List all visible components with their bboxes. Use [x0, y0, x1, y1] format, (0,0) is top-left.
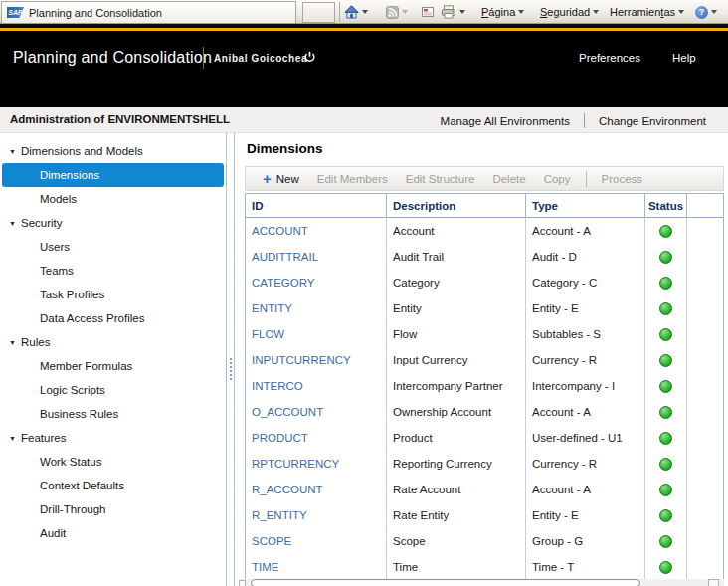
sidebar-item-users[interactable]: Users [2, 235, 224, 259]
column-header-status[interactable]: Status [645, 194, 687, 217]
home-button[interactable] [344, 0, 368, 24]
sidebar-item-work-status[interactable]: Work Status [2, 450, 224, 474]
dimension-id-link[interactable]: INTERCO [246, 373, 387, 399]
table-row[interactable]: AUDITTRAILAudit TrailAudit - D [246, 244, 723, 270]
tools-dropdown-icon[interactable] [678, 10, 684, 14]
dimension-id-link[interactable]: SCOPE [246, 528, 387, 554]
scrollbar-thumb[interactable] [251, 579, 640, 586]
table-row[interactable]: TIMETimeTime - T [246, 554, 723, 580]
dimension-type: Subtables - S [526, 321, 645, 347]
sidebar-item-context-defaults[interactable]: Context Defaults [2, 474, 224, 497]
page-menu[interactable]: Página [481, 0, 524, 24]
status-dot-green [659, 509, 672, 522]
dimension-id-link[interactable]: R_ENTITY [246, 502, 387, 528]
dimension-id-link[interactable]: CATEGORY [246, 270, 387, 295]
edit-members-button: Edit Members [308, 173, 397, 185]
sidebar-item-task-profiles[interactable]: Task Profiles [2, 283, 224, 306]
column-header-description[interactable]: Description [387, 194, 526, 217]
toolbar-button-label: New [276, 173, 299, 185]
sidebar-item-models[interactable]: Models [2, 187, 224, 211]
new-button[interactable]: +New [254, 171, 308, 186]
table-row[interactable]: O_ACCOUNTOwnership AccountAccount - A [246, 399, 723, 425]
table-row[interactable]: PRODUCTProductUser-defined - U1 [246, 425, 723, 451]
dimension-description: Category [387, 270, 526, 295]
dimension-id-link[interactable]: ENTITY [246, 295, 387, 321]
table-row[interactable]: SCOPEScopeGroup - G [246, 528, 723, 554]
dimension-id-link[interactable]: INPUTCURRENCY [246, 347, 387, 373]
new-tab-button[interactable] [302, 2, 335, 23]
status-dot-green [659, 484, 672, 496]
sidebar-item-data-access-profiles[interactable]: Data Access Profiles [2, 306, 224, 330]
dimension-status-cell [645, 295, 687, 321]
sidebar-item-drill-through[interactable]: Drill-Through [2, 497, 224, 521]
dimension-type: Category - C [526, 270, 645, 295]
process-button: Process [593, 173, 652, 185]
sidebar-item-business-rules[interactable]: Business Rules [2, 402, 224, 426]
toolbar-divider [339, 2, 340, 22]
manage-all-environments-link[interactable]: Manage All Environments [427, 115, 584, 127]
help-link[interactable]: Help [672, 52, 696, 64]
logoff-button[interactable] [303, 51, 316, 64]
dimension-id-link[interactable]: RPTCURRENCY [246, 451, 387, 477]
preferences-link[interactable]: Preferences [579, 52, 640, 64]
page-dropdown-icon[interactable] [518, 10, 524, 14]
sidebar-item-audit[interactable]: Audit [2, 521, 224, 545]
status-dot-green [659, 302, 672, 315]
sidebar-item-member-formulas[interactable]: Member Formulas [2, 354, 224, 378]
table-row[interactable]: R_ENTITYRate EntityEntity - E [246, 502, 723, 528]
table-row[interactable]: RPTCURRENCYReporting CurrencyCurrency - … [246, 451, 723, 477]
dimension-type: Intercompany - I [526, 373, 645, 399]
sidebar-splitter[interactable] [228, 133, 235, 586]
sidebar-item-dimensions[interactable]: Dimensions [2, 163, 224, 187]
horizontal-scrollbar[interactable] [239, 579, 724, 586]
sidebar-item-label: Member Formulas [40, 360, 132, 372]
sidebar-section-dimensions-and-models[interactable]: ▼Dimensions and Models [0, 139, 226, 163]
print-button[interactable] [441, 0, 465, 24]
feeds-button[interactable] [386, 0, 408, 24]
home-dropdown-icon[interactable] [362, 10, 368, 14]
tools-menu[interactable]: Herramientas [610, 0, 684, 24]
column-header-id[interactable]: ID [246, 194, 387, 217]
dimension-id-link[interactable]: TIME [246, 554, 387, 580]
sidebar-section-rules[interactable]: ▼Rules [0, 330, 226, 354]
print-dropdown-icon[interactable] [459, 10, 465, 14]
browser-tab[interactable]: SAP Planning and Consolidation [1, 1, 296, 23]
table-row[interactable]: ENTITYEntityEntity - E [246, 295, 723, 321]
table-row[interactable]: INPUTCURRENCYInput CurrencyCurrency - R [246, 347, 723, 373]
dimension-id-link[interactable]: FLOW [246, 321, 387, 347]
dimension-id-link[interactable]: R_ACCOUNT [246, 477, 387, 502]
table-row[interactable]: INTERCOIntercompany PartnerIntercompany … [246, 373, 723, 399]
page-menu-label: Página [481, 6, 515, 18]
sap-favicon-icon: SAP [7, 7, 24, 18]
dimension-status-cell [645, 477, 687, 502]
help-menu[interactable]: ? [695, 0, 717, 24]
dimension-id-link[interactable]: ACCOUNT [246, 218, 387, 244]
scrollbar-left-button[interactable] [239, 580, 246, 586]
dimension-type: Account - A [526, 218, 645, 244]
chevron-down-icon: ▼ [9, 220, 21, 227]
environment-actions: Manage All Environments Change Environme… [427, 113, 720, 128]
dimension-id-link[interactable]: PRODUCT [246, 425, 387, 451]
dimension-type: Account - A [526, 399, 645, 425]
dimension-type: Entity - E [526, 502, 645, 528]
security-menu[interactable]: Seguridad [540, 0, 599, 24]
change-environment-link[interactable]: Change Environment [585, 115, 720, 127]
dimension-id-link[interactable]: AUDITTRAIL [246, 244, 387, 270]
table-row[interactable]: FLOWFlowSubtables - S [246, 321, 723, 347]
scrollbar-right-button[interactable] [708, 579, 719, 586]
table-row[interactable]: ACCOUNTAccountAccount - A [246, 218, 723, 244]
chevron-down-icon: ▼ [9, 435, 21, 442]
feeds-dropdown-icon[interactable] [402, 10, 408, 14]
sidebar-section-security[interactable]: ▼Security [0, 211, 226, 235]
read-mail-button[interactable] [421, 0, 435, 24]
table-row[interactable]: CATEGORYCategoryCategory - C [246, 270, 723, 295]
sidebar-item-teams[interactable]: Teams [2, 259, 224, 283]
security-dropdown-icon[interactable] [593, 10, 599, 14]
table-row[interactable]: R_ACCOUNTRate AccountAccount - A [246, 477, 723, 502]
sidebar-item-label: Dimensions [40, 169, 99, 181]
sidebar-item-logic-scripts[interactable]: Logic Scripts [2, 378, 224, 402]
column-header-type[interactable]: Type [526, 194, 645, 217]
help-dropdown-icon[interactable] [711, 10, 717, 14]
dimension-id-link[interactable]: O_ACCOUNT [246, 399, 387, 425]
sidebar-section-features[interactable]: ▼Features [0, 426, 226, 450]
